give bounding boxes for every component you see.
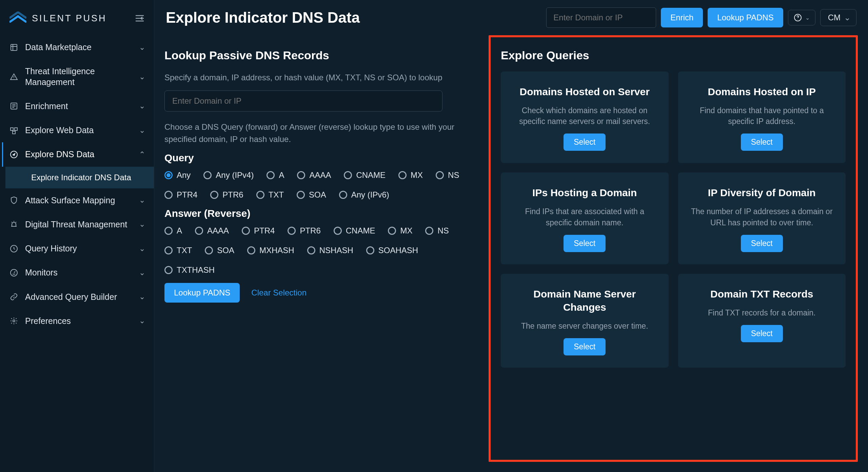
main: Explore Indicator DNS Data Enrich Lookup… [154, 0, 868, 472]
sidebar-subitem-explore-indicator[interactable]: Explore Indicator DNS Data [5, 167, 154, 188]
radio-icon [436, 171, 444, 179]
chevron-down-icon: ⌄ [139, 244, 145, 253]
radio-icon [398, 171, 407, 179]
answer-radio[interactable]: NSHASH [307, 246, 353, 255]
sidebar-item-explore-dns[interactable]: Explore DNS Data ⌃ [0, 142, 154, 166]
radio-label: TXTHASH [177, 265, 215, 275]
help-menu[interactable]: ⌄ [788, 10, 815, 25]
card-title: Domains Hosted on Server [520, 85, 650, 98]
help-icon [794, 14, 802, 22]
answer-heading: Answer (Reverse) [164, 208, 480, 219]
answer-radio[interactable]: TXTHASH [164, 265, 215, 275]
query-radio[interactable]: PTR4 [164, 190, 197, 200]
select-button[interactable]: Select [564, 134, 606, 151]
radio-icon [164, 171, 173, 179]
query-radio[interactable]: MX [398, 170, 423, 180]
answer-radio[interactable]: TXT [164, 246, 192, 255]
radio-icon [267, 171, 275, 179]
compass-icon [9, 150, 18, 159]
collapse-sidebar-icon[interactable] [135, 14, 144, 22]
query-radio[interactable]: SOA [297, 190, 326, 200]
sidebar-item-query-history[interactable]: Query History ⌄ [0, 237, 154, 261]
sidebar: SILENT PUSH Data Marketplace ⌄ Threat In… [0, 0, 154, 472]
header-actions: Enrich Lookup PADNS ⌄ CM ⌄ [546, 7, 856, 28]
sidebar-item-label: Advanced Query Builder [25, 292, 132, 302]
page-title: Explore Indicator DNS Data [166, 9, 541, 26]
sidebar-item-preferences[interactable]: Preferences ⌄ [0, 309, 154, 333]
explore-queries-panel: Explore Queries Domains Hosted on Server… [489, 35, 858, 462]
siren-icon [9, 220, 18, 229]
radio-label: NS [448, 170, 459, 180]
radio-icon [203, 171, 212, 179]
select-button[interactable]: Select [564, 338, 606, 355]
explore-card: IP Diversity of DomainThe number of IP a… [678, 172, 846, 264]
clear-selection-button[interactable]: Clear Selection [248, 283, 310, 303]
card-desc: Find TXT records for a domain. [708, 307, 815, 318]
radio-label: SOAHASH [378, 246, 418, 255]
answer-radio[interactable]: A [164, 226, 182, 235]
radio-label: Any (IPv4) [216, 170, 254, 180]
query-radio[interactable]: Any (IPv4) [203, 170, 254, 180]
search-input[interactable] [546, 7, 656, 28]
answer-radio[interactable]: AAAA [195, 226, 229, 235]
answer-radio[interactable]: SOA [205, 246, 234, 255]
select-button[interactable]: Select [741, 235, 783, 252]
chevron-down-icon: ⌄ [139, 316, 145, 325]
chevron-down-icon: ⌄ [844, 13, 851, 22]
sidebar-item-data-marketplace[interactable]: Data Marketplace ⌄ [0, 35, 154, 59]
lookup-padns-button[interactable]: Lookup PADNS [164, 283, 240, 303]
sidebar-item-monitors[interactable]: Monitors ⌄ [0, 261, 154, 285]
explore-cards-grid: Domains Hosted on ServerCheck which doma… [501, 71, 846, 368]
lookup-spec-desc: Specify a domain, IP address, or hash va… [164, 71, 480, 84]
chevron-down-icon: ⌄ [139, 292, 145, 301]
sidebar-item-attack-surface[interactable]: Attack Surface Mapping ⌄ [0, 188, 154, 212]
query-radio[interactable]: NS [436, 170, 459, 180]
answer-radio[interactable]: NS [425, 226, 449, 235]
sidebar-item-digital-threat[interactable]: Digital Threat Management ⌄ [0, 212, 154, 237]
lookup-padns-header-button[interactable]: Lookup PADNS [708, 8, 783, 27]
sidebar-item-label: Attack Surface Mapping [25, 195, 132, 206]
radio-label: MX [411, 170, 423, 180]
sidebar-item-threat-intel[interactable]: Threat Intelligence Management ⌄ [0, 59, 154, 94]
list-icon [9, 102, 18, 110]
radio-label: PTR4 [177, 190, 197, 200]
gear-icon [9, 316, 18, 325]
query-radio[interactable]: CNAME [344, 170, 386, 180]
lookup-actions: Lookup PADNS Clear Selection [164, 283, 480, 303]
answer-radio[interactable]: MXHASH [247, 246, 294, 255]
answer-radio-group: AAAAAPTR4PTR6CNAMEMXNSTXTSOAMXHASHNSHASH… [164, 226, 480, 275]
radio-label: NS [437, 226, 449, 235]
radio-icon [339, 191, 347, 199]
explore-card: IPs Hosting a DomainFind IPs that are as… [501, 172, 669, 264]
enrich-button[interactable]: Enrich [661, 8, 703, 27]
sidebar-item-enrichment[interactable]: Enrichment ⌄ [0, 94, 154, 118]
answer-radio[interactable]: MX [388, 226, 412, 235]
answer-radio[interactable]: PTR4 [242, 226, 275, 235]
query-radio[interactable]: Any [164, 170, 191, 180]
radio-icon [210, 191, 218, 199]
clock-icon [9, 244, 18, 253]
query-radio[interactable]: PTR6 [210, 190, 243, 200]
select-button[interactable]: Select [564, 235, 606, 252]
query-radio[interactable]: TXT [256, 190, 284, 200]
sidebar-item-adv-query[interactable]: Advanced Query Builder ⌄ [0, 285, 154, 309]
svg-rect-3 [15, 128, 17, 130]
sidebar-item-label: Digital Threat Management [25, 219, 132, 230]
sidebar-item-explore-web[interactable]: Explore Web Data ⌄ [0, 118, 154, 142]
answer-radio[interactable]: CNAME [334, 226, 375, 235]
query-radio[interactable]: A [267, 170, 284, 180]
domain-input[interactable] [164, 90, 442, 111]
answer-radio[interactable]: SOAHASH [366, 246, 418, 255]
radio-icon [288, 227, 296, 235]
answer-radio[interactable]: PTR6 [288, 226, 320, 235]
radio-label: CNAME [356, 170, 386, 180]
sidebar-item-label: Explore Web Data [25, 125, 132, 136]
user-menu[interactable]: CM ⌄ [820, 9, 856, 26]
radio-icon [334, 227, 342, 235]
select-button[interactable]: Select [741, 325, 783, 342]
radio-label: Any (IPv6) [351, 190, 389, 200]
select-button[interactable]: Select [741, 134, 783, 151]
lookup-panel: Lookup Passive DNS Records Specify a dom… [164, 35, 480, 462]
query-radio[interactable]: AAAA [297, 170, 331, 180]
query-radio[interactable]: Any (IPv6) [339, 190, 389, 200]
